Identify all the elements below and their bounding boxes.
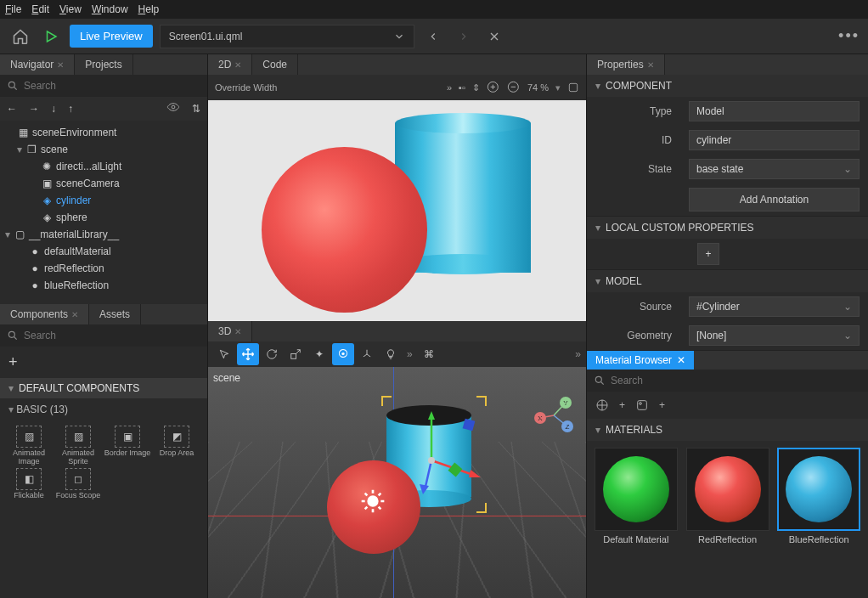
navigator-search[interactable] bbox=[0, 75, 207, 97]
arrow-down-icon[interactable]: ↓ bbox=[51, 103, 56, 115]
graph-tool[interactable]: ⌘ bbox=[418, 343, 440, 365]
basic-header[interactable]: ▾ BASIC (13) bbox=[0, 398, 207, 420]
tab-projects[interactable]: Projects bbox=[75, 54, 132, 75]
live-preview-button[interactable]: Live Preview bbox=[70, 25, 153, 48]
tab-navigator[interactable]: Navigator✕ bbox=[0, 54, 75, 75]
tree-item-redreflection[interactable]: ●redReflection bbox=[0, 260, 207, 277]
add-property-button[interactable]: + bbox=[697, 243, 719, 265]
comp-focus-scope[interactable]: ◻Focus Scope bbox=[54, 468, 102, 500]
add-texture-icon[interactable]: + bbox=[659, 399, 665, 411]
select-tool[interactable] bbox=[213, 343, 235, 365]
close-icon[interactable]: ✕ bbox=[647, 60, 654, 70]
move-gizmo[interactable] bbox=[416, 409, 484, 494]
id-field[interactable]: cylinder bbox=[689, 130, 860, 150]
material-search[interactable] bbox=[587, 370, 868, 392]
arrow-left-icon[interactable]: ← bbox=[7, 103, 17, 115]
state-field[interactable]: base state⌄ bbox=[689, 159, 860, 179]
tab-material-browser[interactable]: Material Browser✕ bbox=[587, 351, 694, 370]
eye-icon[interactable] bbox=[166, 103, 180, 115]
menu-window[interactable]: Window bbox=[92, 3, 128, 15]
fx-tool[interactable]: ✦ bbox=[308, 343, 330, 365]
model-section-header[interactable]: ▾MODEL bbox=[587, 270, 868, 292]
more-icon[interactable]: » bbox=[447, 82, 452, 93]
materials-section-header[interactable]: ▾MATERIALS bbox=[587, 419, 868, 441]
tree-item-camera[interactable]: ▣sceneCamera bbox=[0, 175, 207, 192]
close-icon[interactable]: ✕ bbox=[234, 60, 241, 70]
nav-next-button[interactable] bbox=[452, 25, 476, 48]
add-button[interactable]: + bbox=[8, 353, 18, 370]
zoom-value[interactable]: 74 % bbox=[527, 82, 549, 93]
2d-viewport[interactable] bbox=[208, 100, 586, 321]
add-annotation-button[interactable]: Add Annotation bbox=[689, 188, 860, 212]
close-icon[interactable]: ✕ bbox=[57, 60, 64, 70]
local-props-header[interactable]: ▾LOCAL CUSTOM PROPERTIES bbox=[587, 217, 868, 239]
chevron-down-icon[interactable]: ▾ bbox=[555, 82, 561, 93]
sort-icon[interactable]: ⇅ bbox=[192, 103, 200, 115]
default-components-header[interactable]: ▾DEFAULT COMPONENTS bbox=[0, 378, 207, 398]
tab-assets[interactable]: Assets bbox=[89, 304, 141, 324]
run-button[interactable] bbox=[39, 25, 63, 48]
zoom-in-button[interactable] bbox=[487, 81, 500, 94]
tab-code[interactable]: Code bbox=[252, 54, 298, 75]
comp-flickable[interactable]: ◧Flickable bbox=[5, 468, 53, 500]
close-icon[interactable]: ✕ bbox=[71, 310, 78, 319]
add-material-icon[interactable]: + bbox=[619, 399, 625, 411]
close-icon[interactable]: ✕ bbox=[677, 354, 685, 366]
home-button[interactable] bbox=[8, 25, 32, 48]
tree-item-sphere[interactable]: ◈sphere bbox=[0, 209, 207, 226]
search-input[interactable] bbox=[611, 375, 861, 386]
arrow-right-icon[interactable]: → bbox=[29, 103, 39, 115]
expand-icon[interactable]: ▾ bbox=[17, 144, 22, 155]
menu-file[interactable]: File bbox=[5, 3, 21, 15]
comp-drop-area[interactable]: ◩Drop Area bbox=[153, 426, 200, 466]
menu-help[interactable]: Help bbox=[138, 3, 160, 15]
tab-properties[interactable]: Properties✕ bbox=[587, 54, 665, 75]
texture-icon[interactable] bbox=[635, 398, 649, 412]
orientation-gizmo[interactable]: Y X Z bbox=[528, 392, 579, 435]
search-input[interactable] bbox=[24, 330, 200, 341]
rotate-tool[interactable] bbox=[261, 343, 283, 365]
close-file-button[interactable] bbox=[482, 25, 506, 48]
nav-prev-button[interactable] bbox=[421, 25, 445, 48]
material-blue[interactable]: BlueReflection bbox=[776, 448, 861, 544]
component-section-header[interactable]: ▾COMPONENT bbox=[587, 75, 868, 97]
comp-border-image[interactable]: ▣Border Image bbox=[104, 426, 151, 466]
3d-viewport[interactable]: scene Y X Z bbox=[208, 367, 586, 598]
close-icon[interactable]: ✕ bbox=[234, 327, 241, 336]
tree-item-light[interactable]: ✺directi...alLight bbox=[0, 158, 207, 175]
menu-view[interactable]: View bbox=[59, 3, 82, 15]
menu-edit[interactable]: Edit bbox=[31, 3, 49, 15]
tab-components[interactable]: Components✕ bbox=[0, 304, 89, 324]
scale-tool[interactable] bbox=[285, 343, 307, 365]
material-default[interactable]: Default Material bbox=[594, 448, 679, 544]
expand-icon[interactable]: ▾ bbox=[5, 228, 10, 240]
tab-2d[interactable]: 2D✕ bbox=[208, 54, 252, 75]
tree-item-bluereflection[interactable]: ●blueReflection bbox=[0, 277, 207, 294]
axis-tool[interactable] bbox=[356, 343, 378, 365]
type-field[interactable]: Model bbox=[689, 101, 860, 121]
tree-item-defaultmaterial[interactable]: ●defaultMaterial bbox=[0, 243, 207, 260]
fit-icon[interactable] bbox=[567, 82, 579, 93]
sphere-preview-icon[interactable] bbox=[595, 398, 609, 412]
zoom-out-button[interactable] bbox=[507, 81, 521, 94]
stepper-icon[interactable]: ⇕ bbox=[472, 82, 480, 93]
more-icon[interactable]: » bbox=[575, 348, 581, 360]
geometry-field[interactable]: [None]⌄ bbox=[689, 325, 860, 346]
light-tool[interactable] bbox=[380, 343, 402, 365]
comp-animated-sprite[interactable]: ▨Animated Sprite bbox=[54, 426, 102, 466]
tree-item-scene[interactable]: ▾❒scene bbox=[0, 141, 207, 158]
comp-animated-image[interactable]: ▨Animated Image bbox=[5, 426, 53, 466]
tree-item-cylinder[interactable]: ◈cylinder bbox=[0, 192, 207, 209]
snap-tool[interactable]: ⦿ bbox=[332, 343, 354, 365]
file-selector[interactable]: Screen01.ui.qml bbox=[160, 25, 414, 48]
move-tool[interactable] bbox=[237, 343, 259, 365]
anchor-icon[interactable]: ▪▫ bbox=[459, 82, 465, 93]
tab-3d[interactable]: 3D✕ bbox=[208, 321, 252, 341]
tree-item-materiallibrary[interactable]: ▾▢__materialLibrary__ bbox=[0, 226, 207, 243]
more-button[interactable]: ••• bbox=[838, 27, 860, 45]
source-field[interactable]: #Cylinder⌄ bbox=[689, 296, 860, 317]
material-red[interactable]: RedReflection bbox=[685, 448, 770, 544]
search-input[interactable] bbox=[24, 80, 200, 92]
tree-item-sceneenvironment[interactable]: ▦sceneEnvironment bbox=[0, 124, 207, 141]
components-search[interactable] bbox=[0, 324, 207, 347]
